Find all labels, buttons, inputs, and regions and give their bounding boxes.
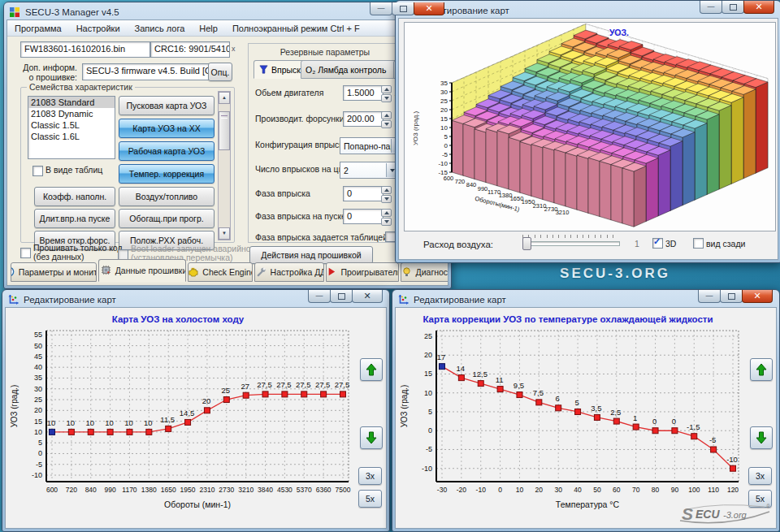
chart-point[interactable] [594,414,600,420]
increase-value-button[interactable] [360,358,383,381]
chart-point[interactable] [517,392,522,398]
chart-point[interactable] [127,429,132,435]
bottom-tab[interactable]: Настройка ДД [254,262,324,282]
fw-info-input[interactable]: SECU-3 firmware v4.5. Build [Oct 16 20 [82,63,210,80]
idle-map-chart[interactable]: Карта УОЗ на холостом ходу55504540353025… [9,311,357,524]
family-list-item[interactable]: 21083 Standard [28,97,115,108]
spin-down-icon[interactable] [381,120,392,128]
chart-point[interactable] [575,409,581,414]
chart-point[interactable] [440,364,445,370]
chart-point[interactable] [711,447,717,452]
decrease-value-button[interactable] [360,426,383,449]
spinner[interactable] [381,209,392,223]
family-list-item[interactable]: Classic 1.5L [28,119,115,131]
zoom-3x-button[interactable]: 3x [358,467,382,485]
map-button[interactable]: Темпер. коррекция [119,164,214,184]
scroll-up-icon[interactable]: ▲ [219,92,230,104]
family-list-item[interactable]: Classic 1.6L [28,131,115,142]
spin-up-icon[interactable] [381,85,392,93]
spin-up-icon[interactable] [381,209,392,217]
bottom-tab[interactable]: Параметры и монитор [11,262,97,282]
chart-point[interactable] [185,419,191,425]
close-button[interactable]: ✕ [742,290,773,303]
chart-point[interactable] [107,429,113,435]
minimize-button[interactable]: — [698,290,721,303]
chart-point[interactable] [672,428,678,434]
maximize-button[interactable] [722,1,744,14]
chart-point[interactable] [68,429,74,435]
3d-checkbox[interactable] [652,238,663,249]
chart-point[interactable] [88,429,93,435]
chart-point[interactable] [497,387,503,392]
decrease-value-button[interactable] [750,426,773,449]
field-input[interactable]: 0 [343,209,384,224]
rear-view-checkbox[interactable] [693,238,704,249]
menu-item[interactable]: Help [192,22,225,35]
close-button[interactable]: ✕ [352,290,383,303]
chart-point[interactable] [556,405,561,411]
close-button[interactable]: ✕ [414,2,444,15]
chart-point[interactable] [613,418,619,424]
chart-point[interactable] [730,465,736,471]
reserve-tab[interactable]: O₂ Лямбда контроль [301,60,401,79]
scroll-down-icon[interactable]: ▼ [219,227,230,240]
chart-point[interactable] [458,375,464,381]
spinner[interactable] [381,186,392,201]
chart-point[interactable] [243,392,249,398]
spinner[interactable] [381,111,392,126]
field-select[interactable]: 2 [340,162,400,179]
map-button[interactable]: Рабочая карта УОЗ [119,141,214,161]
chart-point[interactable] [50,429,55,435]
minimize-button[interactable]: — [308,290,331,303]
field-select[interactable]: Попарно-пар [340,137,402,154]
chart-point[interactable] [652,428,658,434]
bottom-tab[interactable]: Диагностика [401,262,448,282]
chart-point[interactable] [166,426,171,431]
increase-value-button[interactable] [750,358,773,381]
maximize-button[interactable] [330,290,353,303]
chart-point[interactable] [223,397,229,403]
minimize-button[interactable]: — [370,2,392,15]
firmware-file-field[interactable]: FW183601-16102016.bin [20,41,150,58]
chart-point[interactable] [691,434,697,439]
menu-item[interactable]: Полноэкранный режим Ctrl + F [225,22,367,35]
spin-up-icon[interactable] [381,111,392,119]
bottom-tab[interactable]: Проигрыватель [326,262,399,282]
menu-item[interactable]: Запись лога [128,22,193,35]
spinner[interactable] [381,85,392,100]
param-button[interactable]: Воздух/топливо [119,187,214,206]
map-button[interactable]: Пусковая карта УОЗ [119,96,214,115]
field-input[interactable]: 1.5000 [343,85,384,101]
chart-point[interactable] [478,381,483,387]
close-button[interactable]: ✕ [743,1,774,14]
map-button[interactable]: Карта УОЗ на XX [119,119,214,138]
crc-field[interactable]: CRC16: 9901/5410 [150,41,230,58]
field-input[interactable]: 200.00 [343,111,384,127]
zoom-5x-button[interactable]: 5x [358,490,382,508]
family-list-item[interactable]: 21083 Dynamic [28,108,115,119]
air-flow-slider[interactable] [522,241,620,246]
chart-point[interactable] [204,408,210,413]
chart-point[interactable] [262,391,268,397]
maximize-button[interactable] [392,2,414,15]
param-button[interactable]: Обогащ.при прогр. [119,209,214,228]
flash-code-checkbox[interactable] [20,248,31,258]
bottom-tab[interactable]: Check Engine [188,262,253,282]
menu-item[interactable]: Программа [7,22,69,35]
spin-down-icon[interactable] [381,94,392,102]
slider-thumb[interactable] [522,237,531,250]
minimize-button[interactable]: — [700,1,722,14]
spin-down-icon[interactable] [381,195,392,203]
chart-point[interactable] [146,429,152,435]
spin-up-icon[interactable] [381,186,392,194]
chart-point[interactable] [633,424,639,430]
surface-chart[interactable]: 35302520151050-5-10-15УОЗ (град.)6007208… [405,23,774,229]
chart-point[interactable] [301,391,307,397]
maximize-button[interactable] [720,290,743,303]
field-input[interactable]: 0 [343,186,384,201]
chart-point[interactable] [340,391,346,397]
param-button[interactable]: Коэфф. наполн. [34,187,115,206]
chart-point[interactable] [536,400,542,405]
param-button[interactable]: Длит.впр.на пуске [34,209,115,228]
chart-point[interactable] [321,391,327,397]
